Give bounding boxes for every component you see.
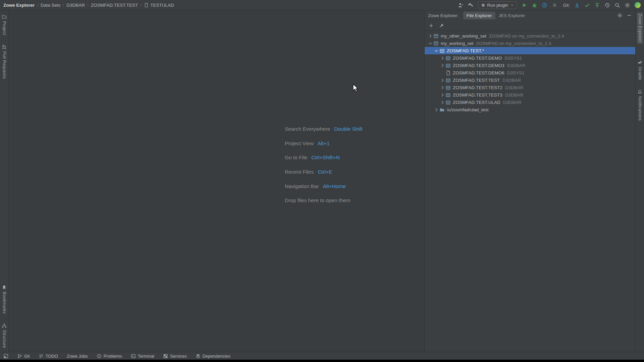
tool-window-header-controls bbox=[617, 13, 632, 18]
tool-window-header: Zowe Explorer: File ExplorerJES Explorer bbox=[425, 10, 635, 20]
expand-toggle[interactable] bbox=[439, 85, 445, 90]
settings-icon[interactable] bbox=[617, 13, 623, 18]
stop-icon[interactable] bbox=[552, 2, 557, 8]
breadcrumb-item-zowe-explorer[interactable]: Zowe Explorer bbox=[3, 3, 35, 8]
titlebar-actions: Run pluginGit: bbox=[458, 1, 641, 9]
tool-window-button-bookmarks[interactable]: Bookmarks bbox=[1, 284, 7, 315]
dataset-icon bbox=[445, 85, 451, 90]
bookmarks-icon bbox=[2, 285, 7, 290]
minimize-icon[interactable] bbox=[627, 13, 632, 18]
tab-jes-explorer[interactable]: JES Explorer bbox=[495, 12, 529, 19]
breadcrumb-item-data-sets[interactable]: Data Sets bbox=[41, 3, 60, 8]
breadcrumb-separator: › bbox=[37, 3, 38, 7]
expand-toggle[interactable] bbox=[439, 78, 445, 83]
expand-toggle[interactable] bbox=[427, 41, 433, 46]
add-icon[interactable] bbox=[429, 23, 434, 28]
tool-window-button-pull-requests[interactable]: Pull Requests bbox=[1, 43, 7, 80]
breadcrumb-item-zosmfad-test-test[interactable]: ZOSMFAD.TEST.TEST bbox=[91, 3, 138, 8]
tree-item-zosmfad-test-test3[interactable]: ZOSMFAD.TEST.TEST3D3DBAR bbox=[425, 91, 635, 99]
expand-toggle[interactable] bbox=[439, 63, 445, 68]
tree-item-my-other-working-set[interactable]: my_other_working_setZOSMFAD on my_connec… bbox=[425, 32, 635, 40]
toolwindow-switcher-icon[interactable] bbox=[3, 354, 8, 359]
tool-window-button-label: Pull Requests bbox=[2, 51, 7, 79]
expand-toggle[interactable] bbox=[439, 93, 445, 98]
run-configuration-selector[interactable]: Run plugin bbox=[478, 1, 517, 9]
working-set-icon bbox=[433, 41, 439, 46]
expand-toggle[interactable] bbox=[439, 100, 445, 105]
dataset-mask-icon bbox=[439, 48, 445, 53]
history-icon[interactable] bbox=[604, 2, 610, 8]
tree-item-name: ZOSMFAD.TEST.* bbox=[447, 48, 484, 53]
breadcrumb-item-d3dbar[interactable]: D3DBAR bbox=[66, 3, 85, 8]
tree-item-u-zosmfad-ulad-test[interactable]: /u/zosmfad/ulad_test bbox=[425, 106, 635, 113]
tool-window-button-zowe-explorer[interactable]: Zowe Explorer bbox=[637, 12, 643, 44]
shortcut-hint-label: Recent Files bbox=[285, 169, 314, 175]
hammer-icon[interactable] bbox=[468, 2, 474, 8]
tree-item-zosmfad-test[interactable]: ZOSMFAD.TEST.* bbox=[425, 47, 635, 54]
file-icon bbox=[445, 70, 451, 75]
tree-item-name: my_working_set bbox=[441, 41, 474, 46]
expand-toggle[interactable] bbox=[433, 48, 439, 53]
pull-request-icon bbox=[2, 45, 7, 50]
folder-icon bbox=[439, 107, 445, 112]
dataset-icon bbox=[445, 78, 451, 83]
shortcut-hint-label: Search Everywhere bbox=[285, 126, 330, 132]
expand-toggle[interactable] bbox=[427, 34, 433, 39]
run-icon[interactable] bbox=[522, 2, 527, 8]
expand-toggle[interactable] bbox=[439, 56, 445, 61]
tree-item-zosmfad-test-ulad[interactable]: ZOSMFAD.TEST.ULADD3DBAR bbox=[425, 99, 635, 106]
vcs-push-icon[interactable] bbox=[594, 2, 600, 8]
left-stripe-bottom-group: BookmarksStructure bbox=[1, 284, 7, 349]
shortcut-hint-label: Project View bbox=[285, 140, 314, 146]
tool-window-button-problems[interactable]: Problems bbox=[97, 354, 122, 359]
tool-window-button-structure[interactable]: Structure bbox=[1, 322, 7, 349]
expand-toggle[interactable] bbox=[433, 107, 439, 112]
wrench-icon[interactable] bbox=[439, 23, 444, 28]
tool-window-button-gradle[interactable]: Gradle bbox=[637, 59, 643, 81]
shortcut-hint-line: Recent FilesCtrl+E bbox=[285, 165, 363, 179]
tree-item-my-working-set[interactable]: my_working_setZOSMFAD on my_connection_t… bbox=[425, 40, 635, 47]
tool-window-button-dependencies[interactable]: Dependencies bbox=[196, 354, 230, 359]
dataset-member-icon bbox=[144, 3, 149, 7]
tree-item-zosmfad-test-demo[interactable]: ZOSMFAD.TEST.DEMOD3SYS1 bbox=[425, 54, 635, 62]
tab-file-explorer[interactable]: File Explorer bbox=[463, 12, 495, 19]
tree-item-zosmfad-test-test[interactable]: ZOSMFAD.TEST.TESTD3DBAR bbox=[425, 76, 635, 84]
vcs-update-icon[interactable] bbox=[574, 2, 580, 8]
tool-window-button-terminal[interactable]: Terminal bbox=[131, 354, 154, 359]
tree-item-zosmfad-test-demo6[interactable]: ZOSMFAD.TEST.DEMO6D3SYS1 bbox=[425, 69, 635, 76]
tool-window-button-todo[interactable]: TODO bbox=[39, 354, 58, 359]
tool-window-button-services[interactable]: Services bbox=[163, 354, 187, 359]
terminal-icon bbox=[131, 354, 136, 359]
editor-area[interactable]: Search EverywhereDouble ShiftProject Vie… bbox=[9, 10, 424, 352]
tool-window-button-label: Services bbox=[170, 354, 187, 359]
services-icon bbox=[163, 354, 168, 359]
profiler-icon[interactable] bbox=[542, 2, 547, 8]
tree-item-detail: D3DBAR bbox=[505, 93, 524, 98]
avatar[interactable] bbox=[635, 2, 641, 8]
search-icon[interactable] bbox=[614, 2, 620, 8]
breadcrumb-item-label: ZOSMFAD.TEST.TEST bbox=[91, 3, 138, 8]
tree-item-detail: D3SYS1 bbox=[504, 56, 522, 61]
vcs-commit-icon[interactable] bbox=[584, 2, 590, 8]
problems-icon bbox=[97, 354, 102, 359]
shortcut-hint-line: Drop files here to open them bbox=[285, 193, 363, 208]
breadcrumb-item-label: TESTULAD bbox=[150, 3, 174, 8]
tool-window-button-zowe-jobs[interactable]: Zowe Jobs bbox=[67, 354, 88, 359]
tool-window-button-git[interactable]: Git bbox=[17, 354, 30, 359]
project-icon bbox=[2, 14, 7, 19]
user-icon[interactable] bbox=[458, 2, 464, 8]
debug-icon[interactable] bbox=[532, 2, 537, 8]
tool-window-tabs: File ExplorerJES Explorer bbox=[463, 12, 529, 18]
tool-window-button-notifications[interactable]: Notifications bbox=[637, 88, 643, 122]
tool-window-button-label: Structure bbox=[2, 330, 7, 348]
tree-item-zosmfad-test-test2[interactable]: ZOSMFAD.TEST.TEST2D3DBAR bbox=[425, 84, 635, 91]
breadcrumb-item-testulad[interactable]: TESTULAD bbox=[144, 3, 174, 8]
git-widget-label: Git: bbox=[563, 3, 570, 8]
taskbar-strip bbox=[0, 360, 644, 362]
tool-window-button-label: Zowe Jobs bbox=[67, 354, 88, 359]
settings-icon[interactable] bbox=[625, 2, 630, 8]
shortcut-hint-line: Project ViewAlt+1 bbox=[285, 136, 363, 151]
gradle-icon bbox=[637, 60, 642, 65]
tool-window-button-project[interactable]: Project bbox=[1, 13, 7, 37]
tree-item-zosmfad-test-demo3[interactable]: ZOSMFAD.TEST.DEMO3D3DBAR bbox=[425, 62, 635, 69]
